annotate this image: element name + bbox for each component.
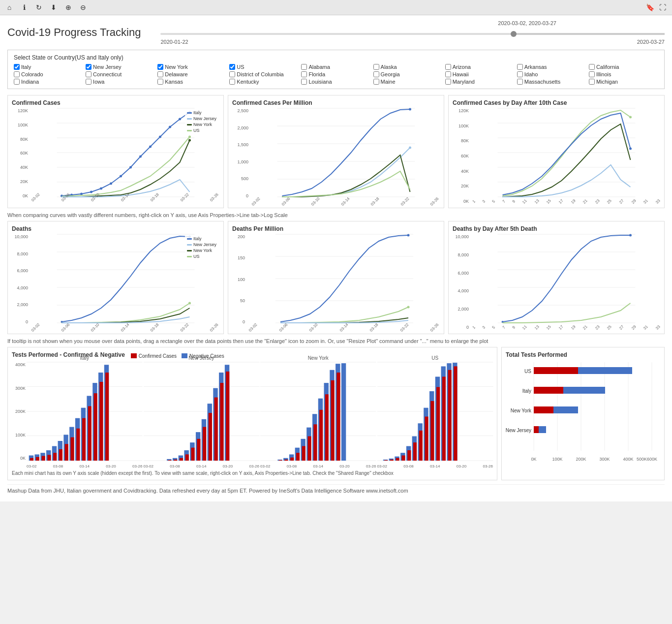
zoom-in-icon[interactable]: ⊕ [64, 3, 73, 12]
svg-text:New Jersey: New Jersey [506, 428, 531, 433]
svg-rect-174 [407, 450, 411, 461]
svg-point-13 [120, 175, 122, 178]
svg-rect-87 [53, 453, 57, 461]
cb-maine[interactable]: Maine [373, 79, 443, 85]
cb-new-jersey[interactable]: New Jersey [86, 64, 155, 70]
svg-text:0K: 0K [531, 457, 536, 462]
cb-illinois[interactable]: Illinois [589, 71, 658, 77]
cb-michigan[interactable]: Michigan [589, 79, 658, 85]
cb-louisiana[interactable]: Louisiana [301, 79, 370, 85]
mini-chart-new-jersey: New Jersey [144, 362, 260, 461]
svg-rect-191 [534, 367, 578, 374]
y-axis-deaths-by-day: 10,0008,0006,0004,0002,0000 [453, 234, 470, 330]
svg-point-38 [629, 116, 632, 119]
svg-point-19 [179, 118, 181, 121]
deaths-per-million-title: Deaths Per Million [232, 225, 440, 232]
cb-connecticut[interactable]: Connecticut [86, 71, 155, 77]
svg-point-11 [100, 187, 102, 190]
cb-us[interactable]: US [229, 64, 299, 70]
date-start: 2020-01-22 [160, 39, 188, 45]
confirmed-by-day-chart [473, 108, 660, 197]
svg-rect-180 [442, 376, 445, 461]
mini-chart-us-label: US [377, 355, 493, 361]
by-day-x-axis: 1 3 5 7 9 11 13 15 17 19 21 23 25 27 [473, 199, 660, 204]
cb-arkansas[interactable]: Arkansas [517, 64, 586, 70]
tests-y-axis: 400K300K200K100K0K [12, 362, 27, 461]
svg-rect-90 [70, 437, 74, 461]
italy-x-dates: 03-0203-0803-1403-2003-26 [27, 464, 143, 468]
svg-point-55 [407, 306, 410, 309]
ny-tests-svg [260, 362, 376, 461]
cb-new-york[interactable]: New York [157, 64, 227, 70]
mini-chart-new-york: New York [260, 362, 376, 461]
svg-rect-140 [341, 363, 346, 461]
svg-rect-113 [168, 460, 171, 461]
cb-indiana[interactable]: Indiana [14, 79, 83, 85]
svg-rect-200 [534, 426, 539, 433]
cb-italy[interactable]: Italy [14, 64, 83, 70]
svg-rect-194 [534, 387, 563, 394]
cb-california[interactable]: California [589, 64, 658, 70]
top-charts-row: Confirmed Cases 120K100K80K60K40K20K0K [7, 95, 665, 208]
mid-charts-row: Deaths 10,0008,0006,0004,0002,0000 [7, 221, 665, 334]
cb-alabama[interactable]: Alabama [301, 64, 370, 70]
fullscreen-icon[interactable]: ⛶ [658, 3, 667, 12]
info-icon[interactable]: ℹ [20, 3, 29, 12]
svg-text:500K600K: 500K600K [637, 457, 657, 462]
date-slider[interactable] [160, 29, 665, 39]
home-icon[interactable]: ⌂ [5, 3, 14, 12]
svg-text:200K: 200K [576, 457, 586, 462]
download-icon[interactable]: ⬇ [49, 3, 58, 12]
svg-rect-179 [436, 387, 440, 461]
zoom-out-icon[interactable]: ⊖ [79, 3, 88, 12]
deaths-per-million-panel: Deaths Per Million 200150100500 [228, 221, 444, 334]
svg-rect-145 [302, 446, 305, 461]
nj-x-dates: 03-0203-0803-1403-2003-26 [144, 464, 260, 468]
cb-georgia[interactable]: Georgia [373, 71, 443, 77]
svg-rect-84 [36, 457, 39, 461]
bottom-charts-row: Tests Performed - Confirmed & Negative C… [7, 347, 665, 480]
svg-point-10 [90, 191, 92, 193]
cb-maryland[interactable]: Maryland [445, 79, 515, 85]
svg-rect-170 [384, 460, 388, 461]
svg-text:400K: 400K [623, 457, 633, 462]
bookmark-icon[interactable]: 🔖 [645, 3, 654, 12]
confirmed-cases-title: Confirmed Cases [12, 99, 219, 106]
mini-chart-ny-label: New York [260, 355, 376, 361]
main-content: Covid-19 Progress Tracking 2020-03-02, 2… [0, 15, 672, 501]
cb-colorado[interactable]: Colorado [14, 71, 83, 77]
svg-rect-141 [279, 460, 282, 461]
svg-rect-143 [290, 458, 294, 461]
total-tests-title: Total Tests Performed [506, 351, 660, 358]
svg-rect-119 [203, 427, 206, 461]
svg-point-54 [407, 234, 410, 237]
svg-rect-93 [88, 406, 92, 461]
refresh-icon[interactable]: ↻ [34, 3, 43, 12]
cb-dc[interactable]: District of Columbia [229, 71, 299, 77]
svg-rect-175 [413, 442, 417, 461]
cb-kansas[interactable]: Kansas [157, 79, 227, 85]
cb-florida[interactable]: Florida [301, 71, 370, 77]
svg-rect-147 [313, 424, 317, 461]
date-end: 2020-03-27 [637, 39, 665, 45]
cb-delaware[interactable]: Delaware [157, 71, 227, 77]
svg-rect-171 [390, 460, 393, 461]
cb-massachusetts[interactable]: Massachusetts [517, 79, 586, 85]
date-range-container: 2020-03-02, 2020-03-27 2020-01-22 2020-0… [160, 20, 665, 45]
svg-point-30 [409, 147, 411, 149]
cb-alaska[interactable]: Alaska [373, 64, 443, 70]
y-axis-per-million: 2,5002,0001,5001,0005000 [232, 108, 249, 198]
cb-iowa[interactable]: Iowa [86, 79, 155, 85]
svg-text:100K: 100K [552, 457, 562, 462]
svg-rect-91 [76, 429, 80, 461]
svg-rect-117 [191, 448, 194, 461]
mini-chart-italy: Italy [27, 362, 143, 461]
svg-point-63 [629, 234, 632, 237]
confirmed-per-million-title: Confirmed Cases Per Million [232, 99, 440, 106]
cb-hawaii[interactable]: Hawaii [445, 71, 515, 77]
svg-rect-120 [208, 413, 212, 461]
cb-idaho[interactable]: Idaho [517, 71, 586, 77]
cb-kentucky[interactable]: Kentucky [229, 79, 299, 85]
cb-arizona[interactable]: Arizona [445, 64, 515, 70]
nj-tests-svg [144, 362, 260, 461]
